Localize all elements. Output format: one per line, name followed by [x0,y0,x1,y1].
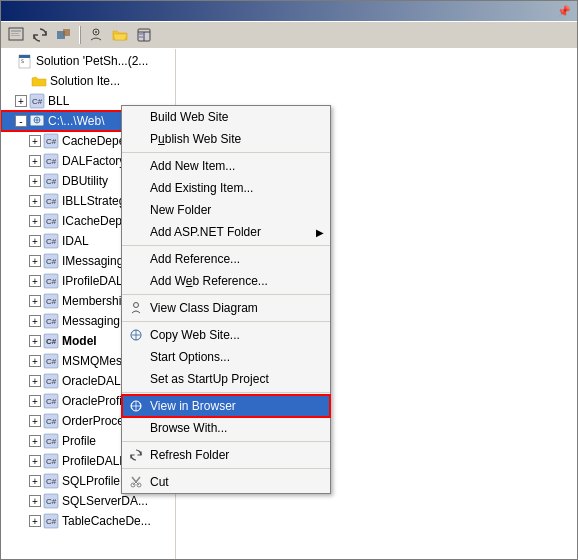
svg-point-7 [95,31,97,33]
tree-icon-cs: C# [43,393,59,409]
menu-item-view-class-diagram[interactable]: View Class Diagram [122,297,330,319]
tree-expand-btn[interactable]: + [29,355,41,367]
tree-item-label: Solution Ite... [50,74,171,88]
tree-icon-cs: C# [43,173,59,189]
menu-item-label: Set as StartUp Project [150,372,269,386]
menu-item-publish-web-site[interactable]: Publish Web Site [122,128,330,150]
tree-item-tablecachede[interactable]: + C# TableCacheDe... [1,511,175,531]
tree-expand-btn[interactable]: - [15,115,27,127]
tree-icon-solution: S [17,53,33,69]
menu-item-set-as-startup[interactable]: Set as StartUp Project [122,368,330,390]
svg-text:C#: C# [46,477,57,486]
tree-icon-cs: C# [43,233,59,249]
svg-rect-2 [11,33,19,34]
tree-icon-cs: C# [43,213,59,229]
tree-expand-btn[interactable]: + [29,335,41,347]
tree-expand-btn[interactable]: + [29,515,41,527]
tree-item-solution-ite[interactable]: Solution Ite... [1,71,175,91]
menu-item-add-reference[interactable]: Add Reference... [122,248,330,270]
pin-button[interactable]: 📌 [557,5,571,18]
svg-text:C#: C# [46,377,57,386]
svg-text:C#: C# [46,157,57,166]
menu-item-label: Add Web Reference... [150,274,268,288]
toolbar-separator-1 [79,26,81,44]
svg-line-71 [132,477,136,482]
svg-rect-12 [139,36,143,38]
menu-item-label: Copy Web Site... [150,328,240,342]
tree-icon-cs: C# [43,153,59,169]
tree-expand-btn[interactable]: + [29,315,41,327]
toolbar-class-view-btn[interactable] [85,24,107,46]
menu-item-refresh-folder[interactable]: Refresh Folder [122,444,330,466]
menu-item-build-web-site[interactable]: Build Web Site [122,106,330,128]
tree-icon-cs: C# [43,433,59,449]
toolbar-refresh-btn[interactable] [29,24,51,46]
toolbar-sync-btn[interactable] [53,24,75,46]
tree-expand-btn[interactable]: + [29,495,41,507]
tree-expand-btn[interactable]: + [29,155,41,167]
menu-separator [122,441,330,442]
tree-expand-btn[interactable]: + [29,215,41,227]
menu-item-start-options[interactable]: Start Options... [122,346,330,368]
tree-expand-btn[interactable]: + [29,435,41,447]
menu-item-icon [128,447,144,463]
svg-rect-5 [63,29,70,36]
tree-expand-btn[interactable]: + [29,295,41,307]
tree-expand-btn[interactable]: + [29,195,41,207]
svg-rect-11 [139,33,143,35]
tree-expand-btn[interactable]: + [29,475,41,487]
menu-item-label: Add New Item... [150,159,235,173]
svg-text:C#: C# [46,457,57,466]
tree-expand-btn[interactable]: + [29,415,41,427]
tree-expand-btn[interactable]: + [29,375,41,387]
menu-item-view-in-browser[interactable]: View in Browser [122,395,330,417]
menu-item-label: Refresh Folder [150,448,229,462]
toolbar-properties2-btn[interactable] [133,24,155,46]
menu-separator [122,468,330,469]
tree-icon-cs: C# [43,373,59,389]
menu-item-add-existing-item[interactable]: Add Existing Item... [122,177,330,199]
svg-text:C#: C# [46,417,57,426]
tree-icon-cs: C# [43,513,59,529]
menu-item-label: Add ASP.NET Folder [150,225,261,239]
solution-explorer-window: 📌 [0,0,578,560]
menu-separator [122,321,330,322]
menu-item-add-new-item[interactable]: Add New Item... [122,155,330,177]
tree-icon-cs: C# [43,193,59,209]
tree-expand-btn[interactable]: + [29,135,41,147]
tree-item-sqlserverda[interactable]: + C# SQLServerDA... [1,491,175,511]
tree-icon-cs: C# [43,353,59,369]
tree-expand-btn[interactable]: + [15,95,27,107]
tree-icon-cs: C# [43,293,59,309]
svg-text:C#: C# [46,497,57,506]
svg-text:C#: C# [46,437,57,446]
menu-item-cut[interactable]: Cut [122,471,330,493]
svg-text:C#: C# [46,177,57,186]
menu-item-label: Add Existing Item... [150,181,253,195]
tree-item-label: Solution 'PetSh...(2... [36,54,171,68]
tree-expand-btn[interactable]: + [29,275,41,287]
menu-item-label: View in Browser [150,399,236,413]
toolbar-properties-btn[interactable] [5,24,27,46]
tree-icon-cs: C# [29,93,45,109]
menu-item-label: Publish Web Site [150,132,241,146]
menu-item-new-folder[interactable]: New Folder [122,199,330,221]
tree-expand-btn[interactable]: + [29,255,41,267]
tree-expand-btn[interactable]: + [29,235,41,247]
tree-expand-btn[interactable]: + [29,455,41,467]
menu-item-browse-with[interactable]: Browse With... [122,417,330,439]
tree-expand-btn [15,73,29,89]
svg-text:C#: C# [46,337,57,346]
tree-icon-cs: C# [43,333,59,349]
context-menu[interactable]: Build Web SitePublish Web SiteAdd New It… [121,105,331,494]
tree-icon-cs: C# [43,273,59,289]
menu-separator [122,392,330,393]
tree-expand-btn[interactable]: + [29,395,41,407]
menu-item-add-aspnet-folder[interactable]: Add ASP.NET Folder▶ [122,221,330,243]
menu-item-add-web-reference[interactable]: Add Web Reference... [122,270,330,292]
tree-expand-btn[interactable]: + [29,175,41,187]
menu-item-copy-web-site[interactable]: Copy Web Site... [122,324,330,346]
svg-rect-1 [11,30,21,32]
toolbar-open-folder-btn[interactable] [109,24,131,46]
tree-item-solution[interactable]: S Solution 'PetSh...(2... [1,51,175,71]
